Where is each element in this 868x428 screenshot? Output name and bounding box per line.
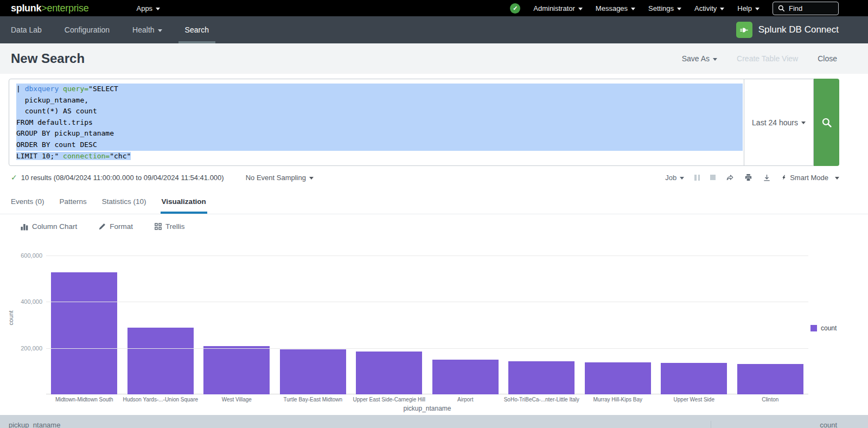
activity-label: Activity <box>694 4 717 12</box>
tab-patterns[interactable]: Patterns <box>60 189 87 214</box>
messages-label: Messages <box>596 4 628 12</box>
time-range-picker[interactable]: Last 24 hours <box>744 79 814 166</box>
search-query-editor[interactable]: | dbxquery query="SELECT pickup_ntaname,… <box>9 79 744 166</box>
chevron-down-icon <box>677 8 681 10</box>
top-bar: splunk>enterprise Apps ✓ Administrator M… <box>0 0 868 16</box>
nav-item-search[interactable]: Search <box>185 16 209 43</box>
tab-visualization-label: Visualization <box>162 197 206 206</box>
chevron-down-icon <box>578 8 583 10</box>
bar-3[interactable] <box>280 349 346 394</box>
tab-events[interactable]: Events (0) <box>11 189 44 214</box>
search-bar-row: | dbxquery query="SELECT pickup_ntaname,… <box>9 79 839 166</box>
chevron-down-icon <box>309 177 314 180</box>
bar-6[interactable] <box>508 361 575 394</box>
chart-legend[interactable]: count <box>810 324 837 332</box>
table-column-pickup-ntaname[interactable]: pickup_ntaname <box>0 421 711 428</box>
check-icon: ✓ <box>513 5 518 12</box>
pencil-icon <box>99 223 106 230</box>
table-column-count[interactable]: count <box>711 421 868 428</box>
chart-type-picker[interactable]: Column Chart <box>21 222 77 231</box>
settings-menu[interactable]: Settings <box>648 4 681 12</box>
chevron-down-icon <box>835 177 839 180</box>
time-range-label: Last 24 hours <box>752 118 798 127</box>
search-icon <box>778 5 785 12</box>
trellis-button[interactable]: Trellis <box>155 222 185 231</box>
spl-param-token: connection= <box>63 152 110 160</box>
help-label: Help <box>737 4 752 12</box>
search-mode-dropdown[interactable]: Smart Mode <box>781 174 839 182</box>
chevron-down-icon <box>720 8 724 10</box>
chevron-down-icon <box>801 122 806 124</box>
job-menu[interactable]: Job <box>665 174 684 182</box>
format-button[interactable]: Format <box>99 222 133 231</box>
legend-label: count <box>821 324 837 332</box>
tab-visualization[interactable]: Visualization <box>162 189 206 214</box>
gridline <box>46 302 808 302</box>
create-table-view-label: Create Table View <box>737 54 798 63</box>
find-input[interactable] <box>789 4 833 12</box>
chart-plot <box>46 239 808 394</box>
splunk-logo[interactable]: splunk>enterprise <box>11 3 88 14</box>
export-icon[interactable] <box>763 174 771 182</box>
bar-1[interactable] <box>127 328 194 394</box>
find-box[interactable] <box>773 2 839 15</box>
y-tick-label: 200,000 <box>21 345 42 352</box>
query-line: count(*) AS count <box>16 106 743 117</box>
bar-slot <box>656 239 732 394</box>
activity-menu[interactable]: Activity <box>694 4 724 12</box>
tab-statistics-label: Statistics (10) <box>102 197 146 206</box>
event-sampling-label: No Event Sampling <box>246 174 306 182</box>
app-identity[interactable]: Splunk DB Connect <box>736 22 839 38</box>
apps-menu[interactable]: Apps <box>136 4 160 12</box>
apps-label: Apps <box>136 4 152 12</box>
bar-4[interactable] <box>356 352 422 394</box>
x-tick-label: West Village <box>199 397 275 403</box>
chevron-down-icon <box>680 177 684 180</box>
share-icon[interactable] <box>726 174 734 181</box>
nav-item-configuration[interactable]: Configuration <box>65 16 110 43</box>
statistics-table-header: pickup_ntaname count <box>0 415 868 428</box>
bar-9[interactable] <box>737 364 803 394</box>
save-as-button[interactable]: Save As <box>682 54 717 63</box>
bar-5[interactable] <box>432 360 499 394</box>
messages-menu[interactable]: Messages <box>596 4 635 12</box>
app-nav-bar: Data Lab Configuration Health Search Spl… <box>0 16 868 43</box>
pause-icon <box>694 175 700 181</box>
administrator-menu[interactable]: Administrator <box>533 4 583 12</box>
results-summary: 10 results (08/04/2024 11:00:00.000 to 0… <box>21 174 224 182</box>
print-icon[interactable] <box>744 174 752 182</box>
logo-enterprise-text: >enterprise <box>41 3 88 14</box>
bar-8[interactable] <box>661 363 727 394</box>
column-chart-icon <box>21 223 28 231</box>
bar-0[interactable] <box>51 272 117 394</box>
x-tick-label: Upper West Side <box>656 397 732 403</box>
nav-item-health[interactable]: Health <box>132 16 162 43</box>
tab-statistics[interactable]: Statistics (10) <box>102 189 146 214</box>
column-chart: 200,000400,000600,000 count Midtown-Midt… <box>0 239 868 411</box>
query-line: ORDER BY count DESC <box>16 139 743 151</box>
nav-item-data-lab[interactable]: Data Lab <box>11 16 42 43</box>
trellis-grid-icon <box>155 223 162 230</box>
results-tabs: Events (0) Patterns Statistics (10) Visu… <box>0 189 868 214</box>
search-icon <box>821 117 832 128</box>
query-line: | dbxquery query="SELECT <box>16 84 743 95</box>
tab-events-label: Events (0) <box>11 197 44 206</box>
chevron-down-icon <box>156 8 160 10</box>
close-button[interactable]: Close <box>818 54 837 63</box>
visualization-toolbar: Column Chart Format Trellis <box>0 214 868 239</box>
bar-7[interactable] <box>585 362 651 394</box>
x-tick-label: Murray Hill-Kips Bay <box>580 397 656 403</box>
health-status-icon[interactable]: ✓ <box>510 3 520 14</box>
gridline <box>46 255 808 256</box>
bar-2[interactable] <box>203 346 270 394</box>
help-menu[interactable]: Help <box>737 4 760 12</box>
x-tick-label: SoHo-TriBeCa-...nter-Little Italy <box>503 397 580 403</box>
event-sampling-dropdown[interactable]: No Event Sampling <box>246 174 314 182</box>
x-tick-label: Clinton <box>732 397 809 403</box>
search-submit-button[interactable] <box>814 79 839 166</box>
job-label: Job <box>665 174 676 182</box>
x-axis-labels: Midtown-Midtown SouthHudson Yards-...-Un… <box>46 397 808 403</box>
health-label: Health <box>132 25 154 34</box>
chart-type-label: Column Chart <box>32 222 77 231</box>
y-tick-label: 600,000 <box>21 252 42 259</box>
